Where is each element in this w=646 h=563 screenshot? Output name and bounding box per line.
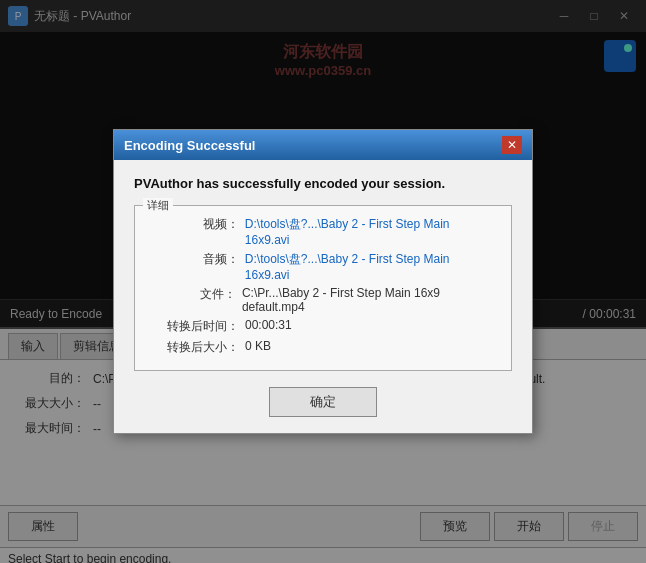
modal-body: PVAuthor has successfully encoded your s… <box>114 160 532 433</box>
detail-val-video: D:\tools\盘?...\Baby 2 - First Step Main … <box>245 216 497 247</box>
modal-headline: PVAuthor has successfully encoded your s… <box>134 176 512 191</box>
detail-val-time: 00:00:31 <box>245 318 292 335</box>
modal-overlay: Encoding Successful ✕ PVAuthor has succe… <box>0 0 646 563</box>
detail-row-video: 视频： D:\tools\盘?...\Baby 2 - First Step M… <box>149 216 497 247</box>
detail-key-time: 转换后时间： <box>149 318 239 335</box>
detail-group: 详细 视频： D:\tools\盘?...\Baby 2 - First Ste… <box>134 205 512 371</box>
detail-key-audio: 音频： <box>149 251 239 282</box>
detail-key-size: 转换后大小： <box>149 339 239 356</box>
modal-ok-button[interactable]: 确定 <box>269 387 377 417</box>
detail-group-label: 详细 <box>143 198 173 213</box>
detail-val-size: 0 KB <box>245 339 271 356</box>
modal-titlebar: Encoding Successful ✕ <box>114 130 532 160</box>
modal-footer: 确定 <box>134 387 512 417</box>
modal-title: Encoding Successful <box>124 138 255 153</box>
modal-close-button[interactable]: ✕ <box>502 136 522 154</box>
detail-key-video: 视频： <box>149 216 239 247</box>
detail-row-file: 文件： C:\Pr...\Baby 2 - First Step Main 16… <box>149 286 497 314</box>
detail-row-audio: 音频： D:\tools\盘?...\Baby 2 - First Step M… <box>149 251 497 282</box>
detail-val-audio: D:\tools\盘?...\Baby 2 - First Step Main … <box>245 251 497 282</box>
detail-key-file: 文件： <box>149 286 236 314</box>
detail-val-file: C:\Pr...\Baby 2 - First Step Main 16x9 d… <box>242 286 497 314</box>
detail-row-size: 转换后大小： 0 KB <box>149 339 497 356</box>
encoding-success-dialog: Encoding Successful ✕ PVAuthor has succe… <box>113 129 533 434</box>
detail-row-time: 转换后时间： 00:00:31 <box>149 318 497 335</box>
